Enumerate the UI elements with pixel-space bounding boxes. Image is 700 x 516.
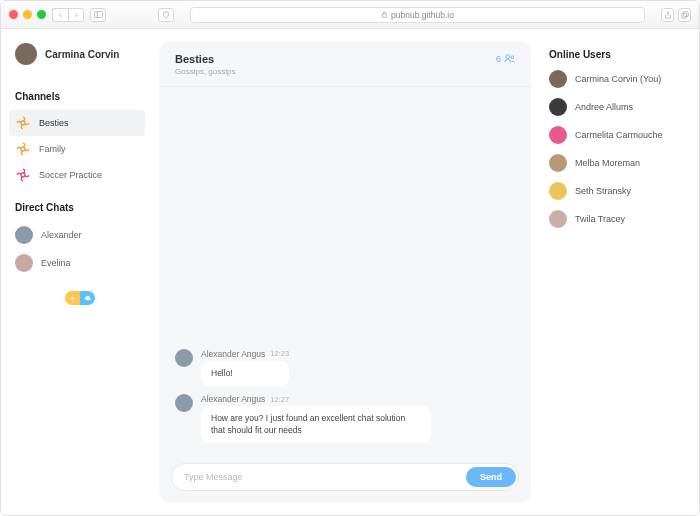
online-users-list: Carmina Corvin (You)Andree AllumsCarmeli… xyxy=(549,70,685,228)
svg-point-13 xyxy=(506,55,510,59)
app-content: Carmina Corvin Channels BestiesFamilySoc… xyxy=(1,29,699,515)
direct-chats-heading: Direct Chats xyxy=(15,202,145,213)
online-user-item[interactable]: Carmina Corvin (You) xyxy=(549,70,685,88)
message-bubble: Hello! xyxy=(201,361,289,386)
direct-chat-item[interactable]: Alexander xyxy=(15,221,145,249)
channel-icon xyxy=(15,141,31,157)
online-user-name: Seth Stransky xyxy=(575,186,631,196)
sidebar-toggle-button[interactable] xyxy=(90,8,106,22)
channel-name: Soccer Practice xyxy=(39,170,102,180)
channel-item[interactable]: Family xyxy=(9,136,145,162)
direct-chat-name: Alexander xyxy=(41,230,82,240)
direct-chat-item[interactable]: Evelina xyxy=(15,249,145,277)
forward-button[interactable]: › xyxy=(68,8,84,22)
svg-rect-2 xyxy=(382,14,386,17)
avatar xyxy=(549,126,567,144)
browser-window: ‹ › pubnub.github.io Carmina C xyxy=(0,0,700,516)
chat-subtitle: Gossips, gossips xyxy=(175,67,235,76)
online-user-name: Andree Allums xyxy=(575,102,633,112)
window-controls xyxy=(9,10,46,19)
channel-item[interactable]: Soccer Practice xyxy=(9,162,145,188)
share-button[interactable] xyxy=(661,8,674,22)
avatar xyxy=(549,154,567,172)
nav-back-forward: ‹ › xyxy=(52,8,84,22)
svg-point-14 xyxy=(511,56,514,59)
message-input-bar: Send xyxy=(171,463,519,491)
message-author: Alexander Angus xyxy=(201,349,265,359)
message-author: Alexander Angus xyxy=(201,394,265,404)
svg-point-6 xyxy=(21,147,25,151)
lock-icon xyxy=(381,11,388,18)
svg-point-7 xyxy=(21,173,25,177)
avatar xyxy=(15,226,33,244)
url-text: pubnub.github.io xyxy=(391,10,454,20)
minimize-icon[interactable] xyxy=(23,10,32,19)
titlebar: ‹ › pubnub.github.io xyxy=(1,1,699,29)
avatar xyxy=(549,182,567,200)
back-button[interactable]: ‹ xyxy=(52,8,68,22)
cloud-icon xyxy=(84,295,91,302)
svg-point-8 xyxy=(71,297,74,300)
sidebar: Carmina Corvin Channels BestiesFamilySoc… xyxy=(1,29,151,515)
members-icon xyxy=(504,53,515,64)
channel-icon xyxy=(15,167,31,183)
send-button[interactable]: Send xyxy=(466,467,516,487)
online-user-name: Carmina Corvin (You) xyxy=(575,74,661,84)
avatar xyxy=(175,394,193,412)
message-time: 12:23 xyxy=(270,349,289,358)
avatar xyxy=(175,349,193,367)
online-user-item[interactable]: Seth Stransky xyxy=(549,182,685,200)
chat-header: Besties Gossips, gossips 6 xyxy=(159,41,531,87)
message-time: 12:27 xyxy=(270,395,289,404)
message-input[interactable] xyxy=(184,472,466,482)
privacy-button[interactable] xyxy=(158,8,174,22)
message-row: Alexander Angus12:27How are you? I just … xyxy=(175,394,515,443)
compose-area: Send xyxy=(159,453,531,503)
svg-rect-3 xyxy=(681,13,686,18)
avatar xyxy=(549,70,567,88)
message-row: Alexander Angus12:23Hello! xyxy=(175,349,515,386)
channel-icon xyxy=(15,115,31,131)
share-icon xyxy=(664,11,672,19)
online-users-heading: Online Users xyxy=(549,49,685,60)
online-panel: Online Users Carmina Corvin (You)Andree … xyxy=(539,29,699,515)
direct-chats-list: AlexanderEvelina xyxy=(15,221,145,277)
chat-card: Besties Gossips, gossips 6 Alexander Ang… xyxy=(159,41,531,503)
online-user-item[interactable]: Twila Tracey xyxy=(549,210,685,228)
url-bar[interactable]: pubnub.github.io xyxy=(190,7,645,23)
current-user-name: Carmina Corvin xyxy=(45,49,119,60)
online-user-item[interactable]: Melba Moreman xyxy=(549,154,685,172)
svg-rect-4 xyxy=(683,11,688,16)
online-user-name: Twila Tracey xyxy=(575,214,625,224)
member-count-value: 6 xyxy=(496,54,501,64)
zoom-icon[interactable] xyxy=(37,10,46,19)
online-user-item[interactable]: Carmelita Carmouche xyxy=(549,126,685,144)
chat-title: Besties xyxy=(175,53,235,65)
message-bubble: How are you? I just found an excellent c… xyxy=(201,406,431,443)
channels-heading: Channels xyxy=(15,91,145,102)
current-user[interactable]: Carmina Corvin xyxy=(15,43,145,65)
online-user-name: Melba Moreman xyxy=(575,158,640,168)
theme-toggle[interactable] xyxy=(65,291,95,305)
direct-chat-name: Evelina xyxy=(41,258,71,268)
avatar xyxy=(549,210,567,228)
tabs-button[interactable] xyxy=(678,8,691,22)
shield-icon xyxy=(162,11,170,19)
sidebar-icon xyxy=(94,11,103,18)
channels-list: BestiesFamilySoccer Practice xyxy=(15,110,145,188)
sun-icon xyxy=(69,295,76,302)
svg-rect-0 xyxy=(94,11,102,17)
close-icon[interactable] xyxy=(9,10,18,19)
messages-list: Alexander Angus12:23Hello!Alexander Angu… xyxy=(159,87,531,453)
avatar xyxy=(15,254,33,272)
tabs-icon xyxy=(681,11,689,19)
online-user-item[interactable]: Andree Allums xyxy=(549,98,685,116)
online-user-name: Carmelita Carmouche xyxy=(575,130,663,140)
avatar xyxy=(15,43,37,65)
channel-name: Family xyxy=(39,144,66,154)
member-count[interactable]: 6 xyxy=(496,53,515,64)
channel-item[interactable]: Besties xyxy=(9,110,145,136)
avatar xyxy=(549,98,567,116)
chat-panel: Besties Gossips, gossips 6 Alexander Ang… xyxy=(151,29,539,515)
channel-name: Besties xyxy=(39,118,69,128)
